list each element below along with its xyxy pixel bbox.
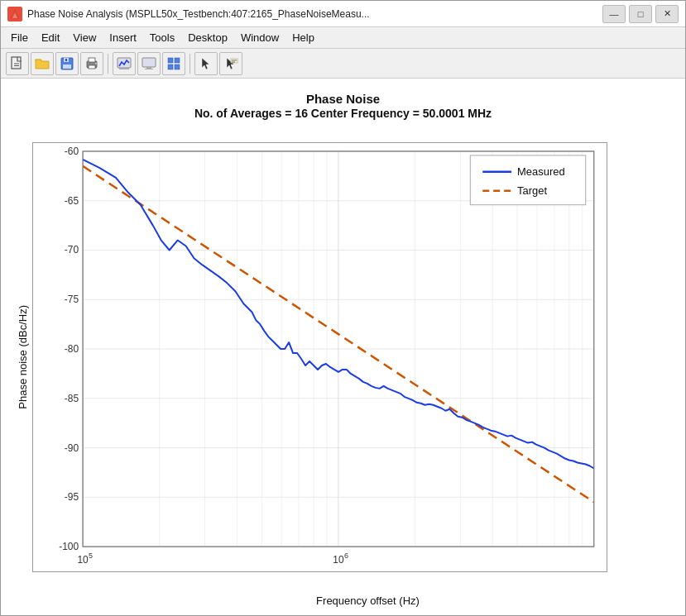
main-window: Phase Noise Analysis (MSPLL50x_Testbench… [0, 0, 686, 616]
svg-text:-95: -95 [64, 491, 79, 503]
svg-rect-18 [145, 69, 153, 69]
svg-marker-23 [202, 58, 209, 69]
app-icon [7, 7, 22, 21]
svg-text:Measured: Measured [517, 165, 565, 178]
svg-text:6: 6 [343, 552, 348, 560]
menu-window[interactable]: Window [234, 30, 285, 45]
toolbar-separator-1 [108, 54, 108, 74]
chart-svg: -60 -65 -70 -75 -80 -85 -90 -95 -100 10 … [32, 142, 607, 572]
svg-rect-22 [175, 64, 180, 69]
toolbar-save-button[interactable] [55, 52, 79, 75]
chart-area: Phase Noise No. of Averages = 16 Center … [1, 79, 685, 615]
menu-view[interactable]: View [66, 30, 103, 45]
svg-rect-15 [119, 68, 129, 69]
title-bar: Phase Noise Analysis (MSPLL50x_Testbench… [1, 1, 685, 27]
svg-text:10: 10 [333, 554, 344, 566]
svg-rect-73 [470, 155, 585, 205]
svg-text:-70: -70 [64, 244, 79, 255]
toolbar-monitor-button[interactable] [137, 52, 161, 75]
window-title: Phase Noise Analysis (MSPLL50x_Testbench… [27, 8, 602, 20]
window-controls: — □ ✕ [602, 5, 679, 23]
minimize-button[interactable]: — [602, 5, 626, 23]
toolbar-cursor-button[interactable] [194, 52, 218, 75]
svg-text:-60: -60 [64, 146, 79, 157]
chart-subtitle: No. of Averages = 16 Center Frequency = … [194, 107, 492, 120]
toolbar-datacursor-button[interactable] [219, 52, 242, 75]
x-axis-label: Frequency offset (Hz) [316, 595, 420, 607]
menu-desktop[interactable]: Desktop [181, 30, 234, 45]
svg-text:-80: -80 [64, 343, 79, 355]
toolbar-grid-button[interactable] [162, 52, 185, 75]
svg-rect-20 [175, 58, 180, 63]
chart-container: Phase Noise No. of Averages = 16 Center … [17, 88, 670, 607]
svg-text:-65: -65 [64, 194, 79, 206]
svg-text:-75: -75 [64, 294, 79, 305]
svg-rect-19 [168, 58, 173, 63]
bottom-area: Frequency offset (Hz) [17, 591, 670, 607]
toolbar-figure-button[interactable] [113, 52, 136, 75]
svg-rect-16 [142, 58, 156, 67]
svg-text:-100: -100 [59, 541, 79, 552]
menu-tools[interactable]: Tools [143, 30, 181, 45]
maximize-button[interactable]: □ [629, 5, 652, 23]
chart-plot-area: -60 -65 -70 -75 -80 -85 -90 -95 -100 10 … [32, 142, 670, 572]
menu-edit[interactable]: Edit [35, 30, 66, 45]
svg-text:Target: Target [517, 184, 547, 197]
svg-rect-13 [95, 63, 97, 64]
chart-title: Phase Noise [306, 91, 380, 107]
toolbar-new-button[interactable] [6, 52, 29, 75]
svg-text:-85: -85 [64, 393, 79, 404]
svg-rect-21 [168, 64, 173, 69]
svg-text:-90: -90 [64, 442, 79, 453]
svg-text:10: 10 [77, 554, 89, 566]
toolbar-print-button[interactable] [80, 52, 103, 75]
svg-rect-12 [89, 65, 95, 69]
svg-rect-17 [146, 67, 151, 69]
svg-rect-8 [63, 64, 71, 69]
svg-rect-11 [89, 58, 95, 62]
y-axis-label: Phase noise (dBc/Hz) [17, 305, 29, 409]
toolbar-open-button[interactable] [31, 52, 54, 75]
menu-insert[interactable]: Insert [103, 30, 143, 45]
menu-file[interactable]: File [4, 30, 35, 45]
svg-rect-2 [12, 57, 21, 69]
close-button[interactable]: ✕ [655, 5, 679, 23]
toolbar-separator-2 [189, 54, 190, 74]
menu-bar: File Edit View Insert Tools Desktop Wind… [1, 27, 685, 49]
svg-rect-9 [65, 59, 67, 61]
svg-text:5: 5 [89, 552, 93, 560]
toolbar [1, 49, 685, 79]
chart-with-yaxis: Phase noise (dBc/Hz) [17, 123, 670, 591]
menu-help[interactable]: Help [285, 30, 321, 45]
